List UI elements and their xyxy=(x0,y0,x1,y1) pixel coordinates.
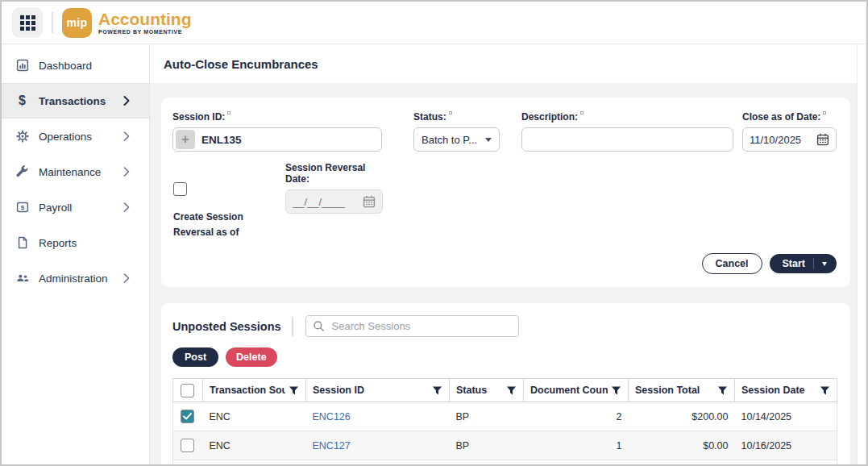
cell-session-total: $200.00 xyxy=(629,402,735,431)
session-id-label: Session ID: xyxy=(172,111,382,123)
cell-document-count: 1 xyxy=(524,460,629,466)
filter-icon[interactable] xyxy=(506,385,517,396)
gear-icon xyxy=(15,130,29,144)
sidebar-item-label: Dashboard xyxy=(39,60,130,72)
column-header-transaction-source: Transaction Source xyxy=(210,385,285,396)
create-session-reversal-label: Create Session Reversal as of xyxy=(173,210,260,240)
session-id-add-button[interactable]: + xyxy=(176,130,195,149)
cell-document-count: 1 xyxy=(524,431,629,460)
required-marker xyxy=(823,111,826,114)
filter-icon[interactable] xyxy=(289,385,299,396)
search-sessions-input[interactable] xyxy=(332,320,512,332)
session-id-input[interactable] xyxy=(195,128,381,151)
sidebar-item-payroll[interactable]: $ Payroll xyxy=(2,189,149,225)
grid-icon xyxy=(20,15,35,31)
cell-session-date: 11/10/2025 xyxy=(735,460,837,466)
people-icon xyxy=(15,272,29,285)
sidebar-item-label: Operations xyxy=(39,131,123,143)
chevron-right-icon xyxy=(123,131,130,141)
cell-status: BP xyxy=(450,431,524,460)
filter-icon[interactable] xyxy=(717,385,728,396)
session-reversal-date-label: Session Reversal Date: xyxy=(285,162,383,185)
document-icon xyxy=(15,236,29,250)
description-field-group: Description: xyxy=(521,111,733,152)
cell-transaction-source: ENC xyxy=(203,460,306,466)
row-checkbox[interactable] xyxy=(181,410,194,423)
sidebar-item-label: Administration xyxy=(39,273,123,285)
cell-document-count: 2 xyxy=(524,402,629,431)
description-input[interactable] xyxy=(522,128,733,151)
select-all-checkbox[interactable] xyxy=(181,384,194,397)
close-date-label: Close as of Date: xyxy=(742,111,837,123)
column-header-session-total: Session Total xyxy=(635,385,700,396)
page-title-bar: Auto-Close Encumbrances xyxy=(150,44,866,83)
cell-session-date: 10/16/2025 xyxy=(735,431,837,460)
start-button-label: Start xyxy=(783,258,805,269)
page-title: Auto-Close Encumbrances xyxy=(164,57,318,71)
app-tagline: POWERED BY MOMENTIVE xyxy=(98,29,192,35)
status-select[interactable]: Batch to P... xyxy=(413,127,500,152)
chevron-right-icon xyxy=(123,167,130,177)
table-header-row: Transaction Source Session ID Status Doc… xyxy=(173,379,837,402)
sidebar-item-label: Reports xyxy=(39,237,130,249)
content-area: Session ID: + Status: Batch to P... xyxy=(150,83,866,466)
create-session-reversal-checkbox[interactable] xyxy=(173,182,187,196)
scrollbar[interactable] xyxy=(857,44,866,464)
chevron-right-icon xyxy=(123,96,130,106)
session-reversal-date-input[interactable] xyxy=(286,190,359,213)
unposted-sessions-title: Unposted Sessions xyxy=(172,320,281,333)
top-bar: mip Accounting POWERED BY MOMENTIVE xyxy=(2,2,866,44)
delete-button[interactable]: Delete xyxy=(226,347,277,367)
app-launcher-button[interactable] xyxy=(12,7,43,38)
required-marker xyxy=(580,111,584,114)
close-date-field-group: Close as of Date: xyxy=(742,111,837,152)
svg-text:$: $ xyxy=(20,204,24,211)
filter-icon[interactable] xyxy=(432,385,442,396)
close-date-input[interactable] xyxy=(743,128,813,151)
calendar-icon[interactable] xyxy=(813,133,836,146)
table-row: ENC ENC126 BP 2 $200.00 10/14/2025 xyxy=(173,402,837,431)
cell-session-total: $500.00 xyxy=(629,460,735,466)
status-value: Batch to P... xyxy=(422,134,477,146)
filter-icon[interactable] xyxy=(820,385,830,396)
search-icon xyxy=(313,320,325,332)
calendar-icon[interactable] xyxy=(359,195,382,208)
post-button[interactable]: Post xyxy=(172,347,218,367)
sessions-table: Transaction Source Session ID Status Doc… xyxy=(172,378,837,466)
cell-transaction-source: ENC xyxy=(203,431,306,460)
sidebar-item-maintenance[interactable]: Maintenance xyxy=(2,154,149,189)
button-divider xyxy=(813,258,814,269)
row-checkbox[interactable] xyxy=(181,439,194,452)
description-label: Description: xyxy=(521,111,733,123)
search-sessions-box xyxy=(305,315,519,337)
main-area: Auto-Close Encumbrances Session ID: + xyxy=(150,44,866,464)
cell-status: BP xyxy=(450,402,524,431)
sidebar-item-label: Transactions xyxy=(39,95,123,107)
caret-down-icon xyxy=(485,138,492,142)
caret-down-icon xyxy=(822,262,827,266)
filter-icon[interactable] xyxy=(611,385,621,396)
session-id-link[interactable]: ENC126 xyxy=(313,411,351,422)
title-divider xyxy=(292,317,293,336)
sidebar-item-operations[interactable]: Operations xyxy=(2,119,149,154)
status-field-group: Status: Batch to P... xyxy=(413,111,500,152)
dashboard-icon xyxy=(15,59,29,73)
session-id-field-group: Session ID: + xyxy=(172,111,382,152)
session-reversal-date-group: Session Reversal Date: xyxy=(285,162,383,240)
mip-logo: mip xyxy=(62,8,92,38)
sidebar-item-transactions[interactable]: $ Transactions xyxy=(2,83,149,119)
column-header-document-count: Document Count xyxy=(530,385,608,396)
session-id-link[interactable]: ENC127 xyxy=(313,440,351,451)
start-button[interactable]: Start xyxy=(770,254,837,273)
table-row: ENC ENC136 BS 1 $500.00 11/10/2025 xyxy=(173,460,837,466)
sidebar-item-administration[interactable]: Administration xyxy=(2,260,149,296)
sidebar: Dashboard $ Transactions Operations xyxy=(2,44,150,464)
sidebar-item-reports[interactable]: Reports xyxy=(2,225,149,260)
cell-session-date: 10/14/2025 xyxy=(735,402,837,431)
payroll-icon: $ xyxy=(15,201,29,214)
sidebar-item-dashboard[interactable]: Dashboard xyxy=(2,48,149,83)
chevron-right-icon xyxy=(123,273,130,283)
column-header-session-date: Session Date xyxy=(741,385,805,396)
cancel-button[interactable]: Cancel xyxy=(702,253,762,274)
app-window: mip Accounting POWERED BY MOMENTIVE Dash… xyxy=(0,0,868,466)
